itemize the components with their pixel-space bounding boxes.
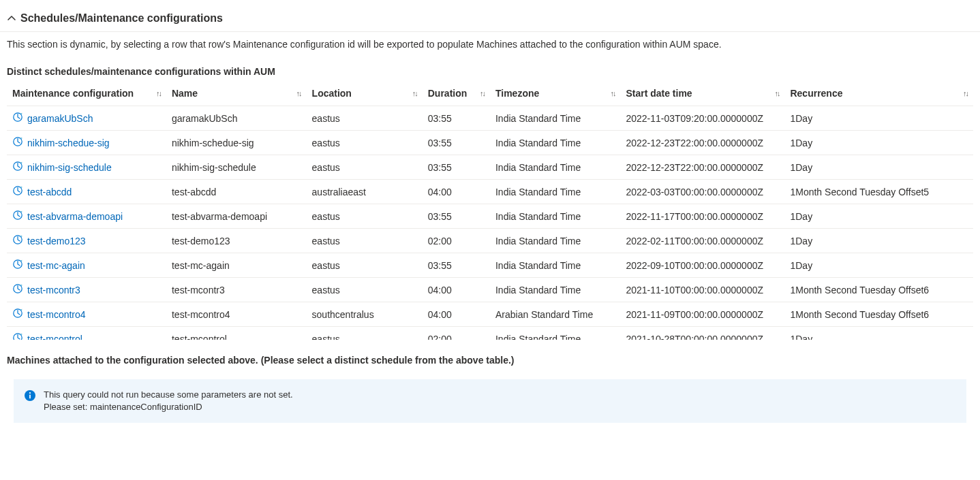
cell-timezone: India Standard Time xyxy=(490,327,620,340)
cell-recurrence: 1Day xyxy=(784,155,973,180)
config-link[interactable]: garamakUbSch xyxy=(27,113,93,124)
table-row[interactable]: test-mc-againtest-mc-againeastus03:55Ind… xyxy=(7,253,973,278)
cell-recurrence: 1Month Second Tuesday Offset6 xyxy=(784,302,973,327)
cell-duration: 04:00 xyxy=(423,180,490,204)
machines-section-header: Machines attached to the configuration s… xyxy=(0,340,980,374)
table-row[interactable]: test-abcddtest-abcddaustraliaeast04:00In… xyxy=(7,180,973,204)
cell-start: 2022-09-10T00:00:00.0000000Z xyxy=(620,253,784,278)
maintenance-config-icon xyxy=(12,332,23,340)
cell-name: test-demo123 xyxy=(166,229,307,253)
config-link[interactable]: test-abcdd xyxy=(27,187,72,197)
cell-timezone: India Standard Time xyxy=(490,155,620,180)
maintenance-config-icon xyxy=(12,136,23,149)
maintenance-config-icon xyxy=(12,308,23,321)
cell-name: test-mcontro4 xyxy=(166,302,307,327)
cell-location: australiaeast xyxy=(307,180,423,204)
cell-location: eastus xyxy=(307,253,423,278)
cell-start: 2022-11-17T00:00:00.0000000Z xyxy=(620,204,784,229)
cell-name: test-mcontrol xyxy=(166,327,307,340)
sort-icon: ↑↓ xyxy=(412,89,417,97)
cell-recurrence: 1Day xyxy=(784,106,973,131)
cell-location: eastus xyxy=(307,204,423,229)
cell-location: southcentralus xyxy=(307,302,423,327)
config-link[interactable]: test-mc-again xyxy=(27,260,85,271)
cell-duration: 02:00 xyxy=(423,327,490,340)
config-link[interactable]: test-mcontrol xyxy=(27,334,82,340)
table-subheader: Distinct schedules/maintenance configura… xyxy=(7,59,973,81)
cell-name: test-abvarma-demoapi xyxy=(166,204,307,229)
cell-name: nikhim-schedue-sig xyxy=(166,131,307,155)
cell-duration: 03:55 xyxy=(423,204,490,229)
cell-start: 2022-12-23T22:00:00.0000000Z xyxy=(620,131,784,155)
cell-name: test-abcdd xyxy=(166,180,307,204)
cell-recurrence: 1Day xyxy=(784,204,973,229)
svg-rect-13 xyxy=(29,395,31,399)
maintenance-config-icon xyxy=(12,210,23,223)
cell-location: eastus xyxy=(307,229,423,253)
sort-icon: ↑↓ xyxy=(296,89,301,97)
table-row[interactable]: nikhim-schedue-signikhim-schedue-sigeast… xyxy=(7,131,973,155)
section-intro: This section is dynamic, by selecting a … xyxy=(7,32,973,59)
config-link[interactable]: test-mcontro4 xyxy=(27,309,86,320)
cell-location: eastus xyxy=(307,155,423,180)
col-header-duration[interactable]: Duration ↑↓ xyxy=(423,81,490,106)
maintenance-config-icon xyxy=(12,161,23,174)
config-link[interactable]: test-mcontr3 xyxy=(27,285,80,295)
cell-start: 2021-11-10T00:00:00.0000000Z xyxy=(620,278,784,302)
cell-timezone: India Standard Time xyxy=(490,253,620,278)
chevron-up-icon xyxy=(7,14,16,23)
cell-recurrence: 1Month Second Tuesday Offset6 xyxy=(784,278,973,302)
table-row[interactable]: garamakUbSchgaramakUbScheastus03:55India… xyxy=(7,106,973,131)
cell-timezone: India Standard Time xyxy=(490,278,620,302)
cell-timezone: India Standard Time xyxy=(490,106,620,131)
maintenance-config-icon xyxy=(12,234,23,247)
sort-icon: ↑↓ xyxy=(480,89,485,97)
cell-start: 2022-12-23T22:00:00.0000000Z xyxy=(620,155,784,180)
cell-start: 2021-11-09T00:00:00.0000000Z xyxy=(620,302,784,327)
col-header-recurrence[interactable]: Recurrence ↑↓ xyxy=(784,81,973,106)
cell-name: test-mc-again xyxy=(166,253,307,278)
sort-icon: ↑↓ xyxy=(963,89,968,97)
cell-recurrence: 1Day xyxy=(784,327,973,340)
col-header-config[interactable]: Maintenance configuration ↑↓ xyxy=(7,81,166,106)
cell-duration: 03:55 xyxy=(423,155,490,180)
sort-icon: ↑↓ xyxy=(156,89,161,97)
cell-timezone: India Standard Time xyxy=(490,131,620,155)
cell-location: eastus xyxy=(307,327,423,340)
sort-icon: ↑↓ xyxy=(610,89,615,97)
col-header-start[interactable]: Start date time ↑↓ xyxy=(620,81,784,106)
cell-start: 2022-11-03T09:20:00.0000000Z xyxy=(620,106,784,131)
col-header-name[interactable]: Name ↑↓ xyxy=(166,81,307,106)
cell-start: 2022-02-11T00:00:00.0000000Z xyxy=(620,229,784,253)
maintenance-config-icon xyxy=(12,185,23,198)
cell-timezone: India Standard Time xyxy=(490,229,620,253)
cell-name: garamakUbSch xyxy=(166,106,307,131)
config-link[interactable]: test-demo123 xyxy=(27,236,86,246)
table-row[interactable]: test-mcontro4test-mcontro4southcentralus… xyxy=(7,302,973,327)
cell-location: eastus xyxy=(307,278,423,302)
col-header-location[interactable]: Location ↑↓ xyxy=(307,81,423,106)
table-row[interactable]: test-mcontroltest-mcontroleastus02:00Ind… xyxy=(7,327,973,340)
table-row[interactable]: test-abvarma-demoapitest-abvarma-demoapi… xyxy=(7,204,973,229)
cell-timezone: India Standard Time xyxy=(490,180,620,204)
col-header-timezone[interactable]: Timezone ↑↓ xyxy=(490,81,620,106)
table-row[interactable]: nikhim-sig-schedulenikhim-sig-scheduleea… xyxy=(7,155,973,180)
svg-point-14 xyxy=(29,392,31,394)
section-title: Schedules/Maintenance configurations xyxy=(20,12,223,25)
cell-duration: 03:55 xyxy=(423,106,490,131)
table-scroll[interactable]: Maintenance configuration ↑↓ Name ↑↓ xyxy=(7,81,973,340)
cell-name: test-mcontr3 xyxy=(166,278,307,302)
cell-duration: 02:00 xyxy=(423,229,490,253)
cell-recurrence: 1Day xyxy=(784,131,973,155)
section-toggle[interactable]: Schedules/Maintenance configurations xyxy=(0,0,980,31)
table-row[interactable]: test-mcontr3test-mcontr3eastus04:00India… xyxy=(7,278,973,302)
cell-start: 2022-03-03T00:00:00.0000000Z xyxy=(620,180,784,204)
cell-location: eastus xyxy=(307,106,423,131)
config-link[interactable]: nikhim-schedue-sig xyxy=(27,138,110,148)
cell-location: eastus xyxy=(307,131,423,155)
cell-start: 2021-10-28T00:00:00.0000000Z xyxy=(620,327,784,340)
config-link[interactable]: test-abvarma-demoapi xyxy=(27,211,123,222)
cell-recurrence: 1Day xyxy=(784,253,973,278)
config-link[interactable]: nikhim-sig-schedule xyxy=(27,162,112,173)
table-row[interactable]: test-demo123test-demo123eastus02:00India… xyxy=(7,229,973,253)
